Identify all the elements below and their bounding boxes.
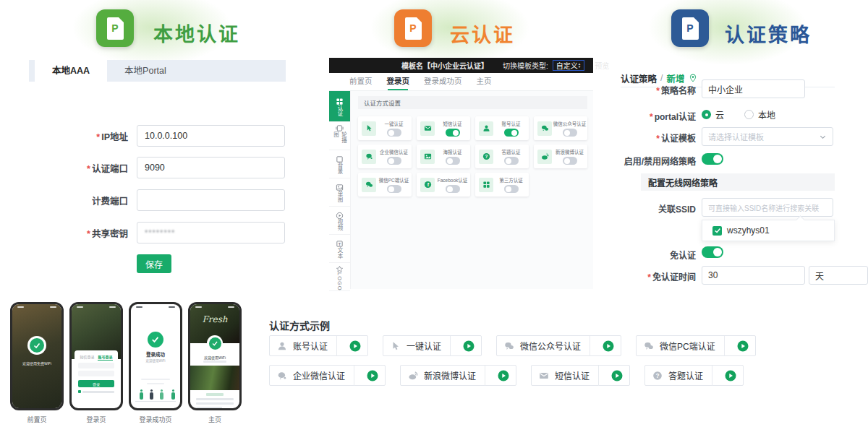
- play-icon[interactable]: [498, 370, 509, 381]
- free-auth-time-input[interactable]: 30: [702, 266, 805, 285]
- toggle-新浪微博认证[interactable]: [563, 157, 577, 165]
- example-button-账号认证[interactable]: 账号认证: [269, 335, 368, 356]
- ssid-search-input[interactable]: 可直接输入SSID名称进行搜索关联: [702, 198, 833, 217]
- local-auth-tabbar: 本地AAA本地Portal: [29, 60, 286, 82]
- auth-card-微信公众号认证: 微信公众号认证: [534, 116, 587, 140]
- toggle-短信认证[interactable]: [446, 129, 460, 137]
- cloud-tab-登录成功页[interactable]: 登录成功页: [424, 75, 462, 88]
- divider: [485, 366, 485, 386]
- toggle-企业微信认证[interactable]: [387, 157, 401, 165]
- divider: [336, 336, 337, 356]
- grid4-icon: [479, 178, 493, 192]
- example-button-label: 账号认证: [293, 340, 328, 352]
- template-type-value: 自定义: [556, 60, 578, 71]
- form-row-计费端口: 计费端口: [29, 189, 289, 211]
- example-button-答题认证[interactable]: ?答题认证: [644, 365, 744, 386]
- play-icon[interactable]: [367, 370, 378, 381]
- field-input-IP地址[interactable]: 10.0.0.100: [137, 125, 285, 147]
- phone-mockup-login-page: 短信登录 账号登录 登录: [69, 302, 123, 410]
- phone-caption: 前置页: [10, 415, 64, 424]
- sidebar-item-认证[interactable]: 认证: [329, 91, 350, 122]
- question-icon: ?: [479, 150, 493, 164]
- example-button-一键认证[interactable]: 一键认证: [383, 335, 482, 356]
- auth-card-label: 短信认证: [443, 120, 462, 127]
- sidebar-item-单图[interactable]: 单图: [329, 178, 350, 207]
- cloud-tab-主页[interactable]: 主页: [477, 75, 492, 88]
- free-auth-time-unit-select[interactable]: 天: [809, 266, 868, 285]
- front-page-welcome: 欢迎使用免费WiFi: [12, 361, 61, 366]
- login-username-field: [78, 363, 114, 368]
- home-welcome: 欢迎使用WiFi: [190, 355, 239, 360]
- cloud-auth-icon: P: [394, 9, 432, 47]
- sidebar-item-背景[interactable]: 背景: [329, 150, 350, 178]
- play-icon[interactable]: [463, 340, 475, 352]
- wireless-policy-section-title: 配置无线网络策略: [641, 173, 835, 191]
- wifi-logo: [27, 336, 46, 355]
- play-icon[interactable]: [603, 340, 614, 352]
- field-input-共享密钥[interactable]: ********: [137, 222, 285, 243]
- auth-card-一键认证: 一键认证: [358, 116, 412, 140]
- toggle-海报认证[interactable]: [446, 157, 460, 165]
- radio-local[interactable]: [744, 110, 754, 119]
- free-auth-toggle[interactable]: [702, 246, 723, 258]
- ssid-option[interactable]: wszyhys01: [727, 225, 770, 236]
- cloud-tab-登录页[interactable]: 登录页: [387, 75, 410, 88]
- example-button-微信公众号认证[interactable]: 微信公众号认证: [496, 335, 621, 356]
- toggle-第三方认证[interactable]: [504, 185, 519, 193]
- toggle-一键认证[interactable]: [387, 129, 401, 137]
- video-icon: [336, 210, 344, 217]
- example-button-label: 企业微信认证: [293, 369, 345, 381]
- template-type-select[interactable]: 自定义 ▲▼: [553, 60, 584, 71]
- toggle-微信公众号认证[interactable]: [563, 129, 577, 137]
- radio-cloud[interactable]: [702, 110, 711, 119]
- sidebar-item-label: 文本: [336, 247, 344, 259]
- toggle-账号认证[interactable]: [504, 129, 519, 137]
- sidebar-item-视频[interactable]: 视频: [329, 207, 350, 235]
- field-input-认证端口[interactable]: 9090: [137, 157, 285, 178]
- checkbox-checked-icon[interactable]: [712, 226, 722, 236]
- example-button-短信认证[interactable]: 短信认证: [531, 365, 630, 386]
- breadcrumb-root[interactable]: 认证策略: [621, 72, 657, 85]
- toggle-微信PC端认证[interactable]: [387, 185, 401, 193]
- sidebar-item-文本[interactable]: T文本: [329, 235, 350, 263]
- policy-name-input[interactable]: 中小企业: [702, 79, 805, 98]
- cloud-tab-前置页[interactable]: 前置页: [349, 75, 373, 88]
- chevron-down-icon: [819, 133, 827, 141]
- example-button-微信PC端认证[interactable]: 微信PC端认证: [636, 335, 756, 356]
- template-topbar: 模板名【中小企业云认证】 切换模板类型: 自定义 ▲▼ 预览: [329, 58, 593, 73]
- play-icon[interactable]: [725, 370, 736, 381]
- ssid-placeholder: 可直接输入SSID名称进行搜索关联: [708, 202, 819, 213]
- play-icon[interactable]: [737, 340, 749, 352]
- auth-template-select[interactable]: 请选择认证模板: [702, 127, 833, 146]
- play-icon[interactable]: [349, 340, 361, 352]
- preview-button[interactable]: 预览: [595, 60, 609, 71]
- local-auth-icon: P: [96, 9, 134, 47]
- play-icon[interactable]: [611, 370, 623, 381]
- form-row-认证端口: *认证端口9090: [29, 157, 289, 178]
- example-button-label: 新浪微博认证: [424, 369, 476, 381]
- login-button: 登录: [78, 380, 114, 387]
- success-check-icon: [148, 332, 163, 348]
- field-label-共享密钥: *共享密钥: [29, 226, 137, 240]
- example-button-label: 一键认证: [407, 340, 441, 352]
- person-icon: [277, 341, 287, 351]
- ssid-label: 关联SSID: [618, 202, 696, 215]
- sidebar-item-label: 背景: [336, 163, 344, 175]
- example-button-新浪微博认证[interactable]: 新浪微博认证: [400, 365, 516, 386]
- square-icon: [336, 153, 344, 161]
- toggle-Facebook认证[interactable]: [446, 185, 460, 193]
- toggle-答题认证[interactable]: [504, 157, 519, 165]
- save-button[interactable]: 保存: [137, 254, 171, 273]
- success-subtitle: 欢迎使用WiFi: [131, 358, 180, 363]
- local-tab-本地Portal[interactable]: 本地Portal: [107, 60, 184, 82]
- phone-mockup-front-page: 欢迎使用免费WiFi: [10, 302, 64, 410]
- sidebar-item-label: 轮播图: [332, 131, 348, 150]
- field-input-计费端口[interactable]: [137, 189, 285, 211]
- svg-text:?: ?: [656, 373, 660, 379]
- sidebar-item-LOGO[interactable]: LOGO: [329, 263, 350, 291]
- example-button-企业微信认证[interactable]: 企业微信认证: [269, 365, 386, 386]
- auth-card-label: 微信公众号认证: [553, 120, 587, 127]
- local-tab-本地AAA[interactable]: 本地AAA: [35, 60, 107, 82]
- sidebar-item-轮播图[interactable]: 轮播图: [329, 122, 350, 150]
- enable-network-toggle[interactable]: [702, 153, 723, 165]
